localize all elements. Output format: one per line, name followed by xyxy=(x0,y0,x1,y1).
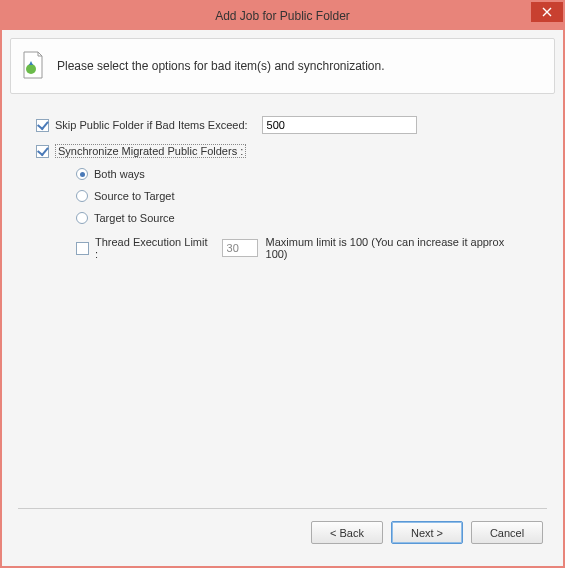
radio-both-row[interactable]: Both ways xyxy=(76,168,529,180)
thread-checkbox[interactable] xyxy=(76,242,89,255)
thread-label: Thread Execution Limit : xyxy=(95,236,214,260)
radio-target-to-source[interactable] xyxy=(76,212,88,224)
radio-t2s-label: Target to Source xyxy=(94,212,175,224)
dialog-title: Add Job for Public Folder xyxy=(2,9,563,23)
button-bar: < Back Next > Cancel xyxy=(10,509,555,558)
radio-both-label: Both ways xyxy=(94,168,145,180)
skip-row: Skip Public Folder if Bad Items Exceed: xyxy=(36,116,529,134)
close-button[interactable] xyxy=(531,2,563,22)
banner-text: Please select the options for bad item(s… xyxy=(57,59,385,73)
sync-label: Synchronize Migrated Public Folders : xyxy=(55,144,246,158)
sync-radio-group: Both ways Source to Target Target to Sou… xyxy=(76,168,529,224)
radio-s2t-row[interactable]: Source to Target xyxy=(76,190,529,202)
radio-both[interactable] xyxy=(76,168,88,180)
sync-checkbox[interactable] xyxy=(36,145,49,158)
form-area: Skip Public Folder if Bad Items Exceed: … xyxy=(10,94,555,508)
next-button[interactable]: Next > xyxy=(391,521,463,544)
document-icon xyxy=(21,51,45,81)
info-banner: Please select the options for bad item(s… xyxy=(10,38,555,94)
skip-label: Skip Public Folder if Bad Items Exceed: xyxy=(55,119,248,131)
thread-value-input[interactable] xyxy=(222,239,258,257)
skip-value-input[interactable] xyxy=(262,116,417,134)
thread-hint: Maximum limit is 100 (You can increase i… xyxy=(266,236,529,260)
content-area: Please select the options for bad item(s… xyxy=(2,30,563,566)
sync-row: Synchronize Migrated Public Folders : xyxy=(36,144,529,158)
radio-t2s-row[interactable]: Target to Source xyxy=(76,212,529,224)
skip-checkbox[interactable] xyxy=(36,119,49,132)
radio-source-to-target[interactable] xyxy=(76,190,88,202)
dialog-window: Add Job for Public Folder Please select … xyxy=(2,2,563,566)
radio-s2t-label: Source to Target xyxy=(94,190,175,202)
back-button[interactable]: < Back xyxy=(311,521,383,544)
close-icon xyxy=(542,7,552,17)
titlebar: Add Job for Public Folder xyxy=(2,2,563,30)
svg-point-0 xyxy=(26,64,36,74)
thread-row: Thread Execution Limit : Maximum limit i… xyxy=(76,236,529,260)
cancel-button[interactable]: Cancel xyxy=(471,521,543,544)
